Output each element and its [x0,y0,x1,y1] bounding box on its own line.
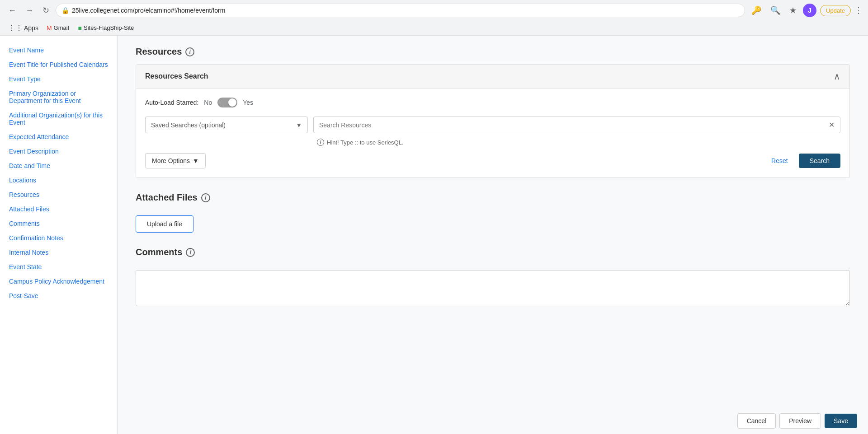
sidebar-item-post-save[interactable]: Post-Save [0,289,117,303]
toolbar-icons: 🔑 🔍 ★ J Update ⋮ [749,4,863,17]
sidebar-item-event-name[interactable]: Event Name [0,43,117,57]
sidebar-item-event-state[interactable]: Event State [0,260,117,274]
comments-title: Comments [136,247,182,257]
sidebar-item-campus-policy[interactable]: Campus Policy Acknowledgement [0,274,117,289]
search-card-title: Resources Search [145,72,208,80]
actions-row: More Options ▼ Reset Search [145,153,840,168]
search-row: Saved Searches (optional) ▼ ✕ [145,117,840,133]
autoload-row: Auto-Load Starred: No Yes [145,98,840,107]
attached-files-info-icon[interactable]: i [201,193,210,202]
hint-row: i Hint! Type :: to use SeriesQL. [145,139,840,146]
saved-searches-dropdown[interactable]: Saved Searches (optional) ▼ [145,117,308,133]
browser-chrome: ← → ↻ 🔒 25live.collegenet.com/pro/elcami… [0,0,868,36]
sidebar-item-comments[interactable]: Comments [0,216,117,231]
reload-button[interactable]: ↻ [40,4,52,17]
toggle-yes-label: Yes [243,99,253,106]
bottom-action-bar: Cancel Preview Save [726,408,868,434]
sidebar-item-primary-org[interactable]: Primary Organization or Department for t… [0,86,117,108]
sidebar-item-expected-attendance[interactable]: Expected Attendance [0,130,117,144]
search-resources-wrapper: ✕ [313,117,840,133]
sidebar-item-date-time[interactable]: Date and Time [0,159,117,173]
forward-button[interactable]: → [23,4,36,17]
clear-icon[interactable]: ✕ [829,121,835,129]
sidebar-item-event-title[interactable]: Event Title for Published Calendars [0,57,117,72]
update-button[interactable]: Update [820,5,851,16]
right-actions: Reset Search [766,154,840,168]
bookmark-icon[interactable]: ★ [787,4,799,17]
hint-info-icon: i [317,139,324,146]
app-container: Event Name Event Title for Published Cal… [0,36,868,434]
sidebar-item-internal-notes[interactable]: Internal Notes [0,245,117,260]
apps-label: Apps [24,24,38,32]
search-card-header: Resources Search ∧ [136,65,849,89]
resources-info-icon[interactable]: i [185,47,194,56]
attached-files-title: Attached Files [136,192,198,203]
search-card-body: Auto-Load Starred: No Yes Saved Searches… [136,89,849,177]
resources-search-card: Resources Search ∧ Auto-Load Starred: No [136,64,850,178]
save-button[interactable]: Save [825,414,857,428]
attached-files-section: Attached Files i Upload a file [136,192,850,233]
toggle-no-label: No [204,99,212,106]
gmail-icon: M [47,24,52,32]
more-options-label: More Options [152,157,190,164]
autoload-toggle[interactable] [217,98,237,107]
toggle-track [217,98,237,107]
sidebar-item-resources[interactable]: Resources [0,187,117,202]
key-icon[interactable]: 🔑 [749,4,764,17]
toggle-thumb [228,98,236,107]
sites-icon: ■ [78,24,82,32]
more-options-button[interactable]: More Options ▼ [145,153,206,168]
resources-section: Resources i Resources Search ∧ Auto-Load… [136,47,850,178]
chevron-down-icon: ▼ [193,157,199,164]
collapse-button[interactable]: ∧ [834,71,840,82]
comments-textarea[interactable] [136,270,850,306]
menu-dots-icon[interactable]: ⋮ [854,5,863,15]
search-icon[interactable]: 🔍 [768,4,783,17]
back-button[interactable]: ← [5,4,19,17]
search-button[interactable]: Search [799,154,840,168]
sidebar-item-confirmation-notes[interactable]: Confirmation Notes [0,231,117,245]
upload-file-button[interactable]: Upload a file [136,215,193,233]
autoload-label: Auto-Load Starred: [145,99,198,106]
resources-title: Resources [136,47,182,57]
url-text: 25live.collegenet.com/pro/elcamino#!/hom… [72,7,739,14]
comments-header: Comments i [136,247,850,257]
avatar[interactable]: J [803,4,816,17]
resources-section-header: Resources i [136,47,850,57]
saved-searches-text: Saved Searches (optional) [151,121,296,129]
bookmark-sites[interactable]: ■ Sites-FlagShip-Site [75,23,138,33]
main-content: Resources i Resources Search ∧ Auto-Load… [118,36,868,434]
address-bar[interactable]: 🔒 25live.collegenet.com/pro/elcamino#!/h… [56,4,745,17]
gmail-label: Gmail [54,24,69,31]
bookmark-gmail[interactable]: M Gmail [43,23,73,33]
sidebar-item-additional-org[interactable]: Additional Organization(s) for this Even… [0,108,117,130]
sites-label: Sites-FlagShip-Site [84,24,134,31]
sidebar-item-event-description[interactable]: Event Description [0,144,117,159]
comments-info-icon[interactable]: i [186,248,195,257]
sidebar: Event Name Event Title for Published Cal… [0,36,118,434]
comments-section: Comments i [136,247,850,308]
sidebar-item-attached-files[interactable]: Attached Files [0,202,117,216]
reset-button[interactable]: Reset [766,154,793,168]
chevron-down-icon: ▼ [296,121,302,129]
browser-toolbar: ← → ↻ 🔒 25live.collegenet.com/pro/elcami… [0,0,868,21]
lock-icon: 🔒 [61,7,69,14]
attached-files-header: Attached Files i [136,192,850,203]
sidebar-item-event-type[interactable]: Event Type [0,72,117,86]
search-resources-input[interactable] [319,121,829,129]
preview-button[interactable]: Preview [779,413,821,429]
apps-grid-icon: ⋮⋮ [8,23,23,32]
sidebar-item-locations[interactable]: Locations [0,173,117,187]
hint-text: Hint! Type :: to use SeriesQL. [327,139,404,146]
bookmark-apps[interactable]: ⋮⋮ Apps [5,23,41,33]
cancel-button[interactable]: Cancel [737,413,776,429]
bookmarks-bar: ⋮⋮ Apps M Gmail ■ Sites-FlagShip-Site [0,21,868,35]
